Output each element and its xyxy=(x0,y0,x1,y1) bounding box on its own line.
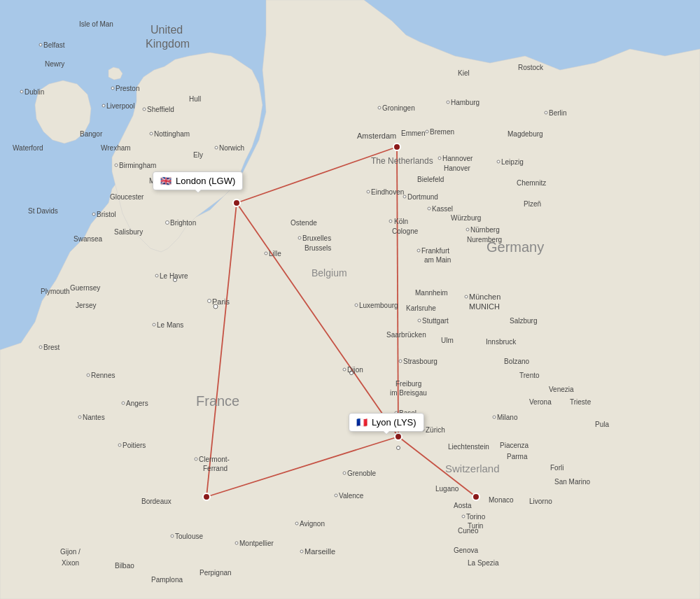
svg-point-59 xyxy=(300,550,303,553)
svg-point-39 xyxy=(118,444,121,446)
svg-text:Köln: Köln xyxy=(394,218,408,225)
svg-point-23 xyxy=(20,90,23,93)
svg-point-47 xyxy=(153,323,155,326)
svg-text:am Main: am Main xyxy=(424,256,451,264)
svg-text:Rennes: Rennes xyxy=(91,372,115,379)
svg-text:Poitiers: Poitiers xyxy=(122,442,146,449)
svg-text:Dublin: Dublin xyxy=(24,88,44,96)
svg-text:Jersey: Jersey xyxy=(76,302,96,309)
svg-text:Karlsruhe: Karlsruhe xyxy=(406,304,436,312)
svg-text:Angers: Angers xyxy=(126,400,148,407)
svg-text:Hamburg: Hamburg xyxy=(451,99,479,106)
svg-text:Parma: Parma xyxy=(507,453,528,460)
svg-point-167 xyxy=(166,221,169,225)
svg-text:Plzeň: Plzeň xyxy=(524,200,541,208)
svg-text:Groningen: Groningen xyxy=(382,104,415,112)
svg-text:Kingdom: Kingdom xyxy=(146,38,190,50)
svg-text:Gloucester: Gloucester xyxy=(110,193,144,201)
svg-text:Zürich: Zürich xyxy=(426,426,445,434)
svg-point-163 xyxy=(215,146,218,149)
svg-text:Kassel: Kassel xyxy=(432,205,453,213)
svg-text:Gijon /: Gijon / xyxy=(60,548,80,556)
svg-text:Grenoble: Grenoble xyxy=(347,470,377,477)
svg-text:Leipzig: Leipzig xyxy=(501,158,524,166)
svg-text:Perpignan: Perpignan xyxy=(200,569,232,577)
svg-text:United: United xyxy=(150,24,183,36)
svg-text:Hannover: Hannover xyxy=(442,155,473,162)
svg-text:Trieste: Trieste xyxy=(570,398,592,406)
svg-text:Wrexham: Wrexham xyxy=(101,144,131,152)
map-container: Isle of Man United Kingdom Belfast Newry… xyxy=(0,0,700,599)
svg-text:Liechtenstein: Liechtenstein xyxy=(448,443,489,451)
svg-text:Ulm: Ulm xyxy=(441,337,454,344)
svg-point-61 xyxy=(343,472,346,474)
svg-point-57 xyxy=(295,522,298,525)
svg-text:Trento: Trento xyxy=(519,372,540,379)
svg-text:Newry: Newry xyxy=(45,60,64,68)
svg-text:Swansea: Swansea xyxy=(74,235,103,243)
svg-text:Saarbrücken: Saarbrücken xyxy=(386,331,426,339)
svg-point-160 xyxy=(92,213,95,216)
svg-text:Ostende: Ostende xyxy=(290,219,317,227)
svg-text:Clermont-: Clermont- xyxy=(199,456,230,463)
svg-point-141 xyxy=(497,160,500,163)
svg-text:Nantes: Nantes xyxy=(83,414,105,421)
svg-text:Bolzano: Bolzano xyxy=(504,358,530,365)
svg-text:Würzburg: Würzburg xyxy=(451,214,481,222)
svg-text:Toulouse: Toulouse xyxy=(175,533,203,540)
svg-point-71 xyxy=(298,237,301,239)
svg-text:Emmen: Emmen xyxy=(401,129,425,137)
svg-text:Nürnberg: Nürnberg xyxy=(470,226,500,234)
svg-text:Strasbourg: Strasbourg xyxy=(403,358,438,365)
svg-text:Hanover: Hanover xyxy=(444,164,470,172)
svg-text:Stuttgart: Stuttgart xyxy=(422,317,449,325)
svg-text:France: France xyxy=(196,393,239,409)
svg-text:Le Havre: Le Havre xyxy=(160,272,188,280)
svg-point-173 xyxy=(493,416,496,418)
svg-text:im Breisgau: im Breisgau xyxy=(390,389,427,397)
svg-text:Lille: Lille xyxy=(269,250,281,258)
svg-point-154 xyxy=(150,132,153,135)
svg-text:Bilbao: Bilbao xyxy=(115,562,134,570)
svg-text:MUNICH: MUNICH xyxy=(469,302,500,311)
svg-text:Plymouth: Plymouth xyxy=(41,288,70,295)
svg-text:Ferrand: Ferrand xyxy=(203,465,227,472)
svg-point-83 xyxy=(421,428,424,431)
svg-point-74 xyxy=(355,304,358,306)
svg-text:Preston: Preston xyxy=(115,85,139,92)
svg-point-67 xyxy=(265,252,267,255)
svg-text:Monaco: Monaco xyxy=(489,496,514,504)
svg-text:Pamplona: Pamplona xyxy=(151,576,183,584)
svg-point-110 xyxy=(426,130,428,133)
svg-text:Birmingham: Birmingham xyxy=(119,162,156,169)
svg-text:Berlin: Berlin xyxy=(549,109,567,117)
svg-point-124 xyxy=(417,249,420,252)
svg-point-10 xyxy=(472,493,479,500)
svg-point-12 xyxy=(233,199,240,206)
svg-text:Milano: Milano xyxy=(497,414,518,421)
svg-point-11 xyxy=(393,143,400,150)
svg-point-37 xyxy=(122,402,125,404)
svg-point-77 xyxy=(399,360,402,362)
svg-text:Colchester: Colchester xyxy=(196,177,230,185)
svg-text:Nuremberg: Nuremberg xyxy=(467,236,502,244)
svg-point-136 xyxy=(465,295,468,298)
svg-point-145 xyxy=(102,104,105,107)
svg-text:Bangor: Bangor xyxy=(80,130,103,138)
svg-text:Genova: Genova xyxy=(454,547,478,554)
svg-point-33 xyxy=(87,374,90,376)
svg-text:Innsbruck: Innsbruck xyxy=(486,338,517,346)
svg-point-128 xyxy=(466,228,469,231)
svg-text:Ely: Ely xyxy=(193,151,203,159)
svg-point-9 xyxy=(203,493,210,500)
svg-point-98 xyxy=(378,106,381,109)
svg-text:St Davids: St Davids xyxy=(28,207,58,215)
svg-text:Livorno: Livorno xyxy=(529,498,552,505)
svg-text:Belfast: Belfast xyxy=(43,41,65,49)
svg-text:Basel: Basel xyxy=(399,409,416,417)
svg-text:Bielefeld: Bielefeld xyxy=(417,176,444,183)
svg-text:Milton Keynes: Milton Keynes xyxy=(149,177,193,185)
svg-point-113 xyxy=(438,157,441,160)
svg-point-156 xyxy=(115,164,118,167)
svg-point-52 xyxy=(171,535,174,537)
